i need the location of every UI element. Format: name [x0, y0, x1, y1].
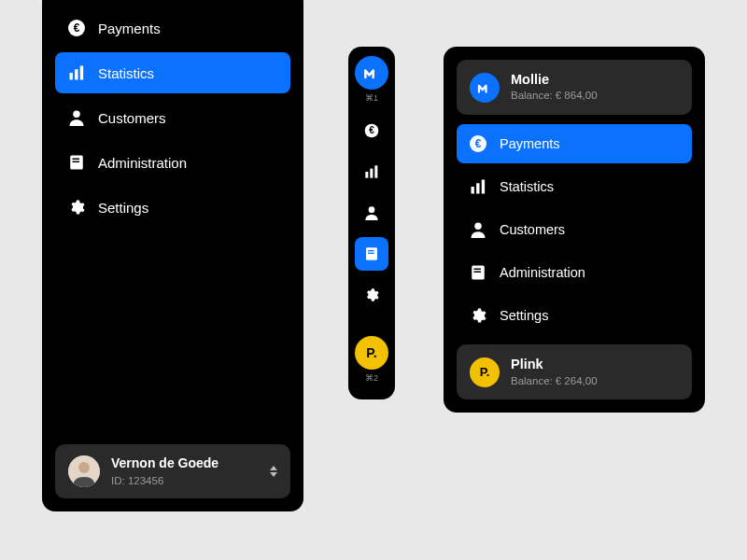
mini-nav-settings[interactable]	[355, 278, 388, 312]
sidebar-expanded: € Payments Statistics Customers Administ…	[42, 0, 303, 511]
mini-nav-administration[interactable]	[355, 237, 388, 271]
workspace-mollie[interactable]	[355, 56, 388, 90]
svg-rect-2	[70, 73, 73, 80]
mini-nav-statistics[interactable]	[355, 155, 388, 189]
nav-item-settings[interactable]: Settings	[55, 187, 290, 228]
svg-rect-8	[73, 161, 80, 163]
user-switcher[interactable]: Vernon de Goede ID: 123456	[55, 444, 290, 498]
svg-rect-27	[474, 269, 482, 271]
svg-rect-3	[75, 69, 78, 79]
euro-icon: €	[470, 135, 486, 152]
nav-item-payments[interactable]: € Payments	[55, 7, 290, 49]
nav-item-payments[interactable]: € Payments	[457, 124, 692, 163]
plink-logo-icon: P.	[470, 357, 500, 387]
svg-rect-24	[482, 180, 485, 194]
mini-nav-payments[interactable]: €	[355, 114, 388, 147]
nav-item-customers[interactable]: Customers	[457, 210, 692, 249]
account-balance: Balance: € 264,00	[511, 375, 598, 388]
user-name: Vernon de Goede	[111, 455, 259, 472]
nav-item-statistics[interactable]: Statistics	[55, 52, 290, 93]
person-icon	[470, 221, 486, 238]
svg-rect-18	[368, 250, 374, 251]
updown-icon	[270, 466, 277, 477]
account-card-plink[interactable]: P. Plink Balance: € 264,00	[457, 344, 692, 399]
nav-item-administration[interactable]: Administration	[457, 253, 692, 292]
mini-nav-customers[interactable]	[355, 196, 388, 230]
gear-icon	[470, 307, 486, 324]
sidebar-collapsed: ⌘1 € P. ⌘2	[348, 47, 395, 399]
user-id: ID: 123456	[111, 474, 259, 487]
nav-list: € Payments Statistics Customers Administ…	[457, 124, 692, 335]
account-info: Mollie Balance: € 864,00	[511, 72, 598, 103]
account-balance: Balance: € 864,00	[511, 90, 598, 103]
nav-item-administration[interactable]: Administration	[55, 142, 290, 183]
workspace-plink[interactable]: P.	[355, 336, 388, 370]
document-icon	[470, 264, 486, 281]
nav-label: Customers	[500, 222, 565, 237]
svg-rect-13	[365, 172, 368, 178]
nav-item-customers[interactable]: Customers	[55, 97, 290, 138]
nav-item-settings[interactable]: Settings	[457, 296, 692, 335]
bar-chart-icon	[68, 64, 85, 81]
nav-label: Settings	[98, 200, 148, 216]
nav-label: Payments	[98, 21, 161, 36]
svg-text:€: €	[475, 137, 482, 150]
svg-point-5	[73, 111, 80, 119]
bar-chart-icon	[470, 178, 486, 195]
avatar	[68, 455, 100, 487]
svg-text:€: €	[74, 21, 80, 35]
nav-label: Payments	[500, 136, 559, 151]
document-icon	[68, 154, 85, 171]
svg-point-10	[78, 462, 90, 473]
account-name: Mollie	[511, 72, 598, 88]
account-name: Plink	[511, 357, 598, 372]
mollie-logo-icon	[470, 73, 500, 103]
euro-icon: €	[68, 20, 85, 36]
nav-label: Customers	[98, 110, 166, 126]
svg-point-16	[369, 206, 375, 213]
nav-label: Settings	[500, 308, 548, 323]
account-info: Plink Balance: € 264,00	[511, 357, 598, 387]
nav-list: € Payments Statistics Customers Administ…	[55, 7, 290, 228]
nav-label: Administration	[500, 265, 585, 280]
gear-icon	[68, 199, 85, 216]
shortcut-label: ⌘2	[365, 373, 378, 383]
svg-point-25	[474, 223, 482, 231]
svg-rect-14	[370, 169, 373, 178]
svg-rect-15	[374, 165, 377, 177]
svg-text:€: €	[369, 125, 374, 135]
account-card-mollie[interactable]: Mollie Balance: € 864,00	[457, 60, 692, 115]
svg-rect-28	[474, 272, 482, 273]
svg-rect-7	[73, 159, 80, 161]
user-info: Vernon de Goede ID: 123456	[111, 455, 259, 487]
sidebar-accounts: Mollie Balance: € 864,00 € Payments Stat…	[444, 47, 705, 413]
svg-rect-19	[368, 253, 374, 254]
shortcut-label: ⌘1	[365, 93, 378, 103]
svg-rect-4	[80, 66, 83, 80]
nav-label: Administration	[98, 155, 187, 171]
spacer	[55, 228, 290, 444]
nav-item-statistics[interactable]: Statistics	[457, 167, 692, 206]
nav-label: Statistics	[500, 179, 554, 194]
svg-rect-22	[472, 187, 474, 194]
nav-label: Statistics	[98, 65, 154, 81]
person-icon	[68, 109, 85, 126]
svg-rect-23	[476, 183, 479, 193]
